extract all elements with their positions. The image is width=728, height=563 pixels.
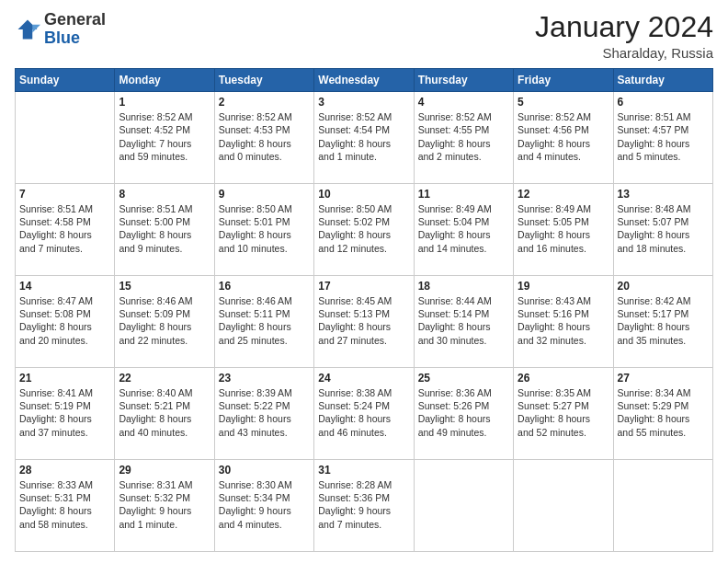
- day-info: Sunrise: 8:48 AM Sunset: 5:07 PM Dayligh…: [618, 202, 709, 255]
- day-info: Sunrise: 8:31 AM Sunset: 5:32 PM Dayligh…: [119, 478, 210, 531]
- day-number: 24: [318, 372, 409, 385]
- day-cell: 5Sunrise: 8:52 AM Sunset: 4:56 PM Daylig…: [514, 92, 613, 184]
- day-cell: 25Sunrise: 8:36 AM Sunset: 5:26 PM Dayli…: [414, 368, 513, 460]
- day-number: 29: [119, 464, 210, 477]
- day-number: 7: [19, 188, 110, 201]
- day-number: 20: [618, 280, 709, 293]
- week-row-2: 7Sunrise: 8:51 AM Sunset: 4:58 PM Daylig…: [16, 184, 713, 276]
- day-cell: 20Sunrise: 8:42 AM Sunset: 5:17 PM Dayli…: [613, 276, 712, 368]
- day-cell: 2Sunrise: 8:52 AM Sunset: 4:53 PM Daylig…: [214, 92, 313, 184]
- day-cell: 12Sunrise: 8:49 AM Sunset: 5:05 PM Dayli…: [514, 184, 613, 276]
- day-number: 4: [418, 96, 509, 109]
- page: General Blue January 2024 Sharalday, Rus…: [0, 0, 728, 563]
- day-number: 25: [418, 372, 509, 385]
- day-number: 27: [618, 372, 709, 385]
- header-row: Sunday Monday Tuesday Wednesday Thursday…: [16, 69, 713, 92]
- day-number: 17: [318, 280, 409, 293]
- day-cell: 10Sunrise: 8:50 AM Sunset: 5:02 PM Dayli…: [314, 184, 414, 276]
- day-info: Sunrise: 8:52 AM Sunset: 4:53 PM Dayligh…: [219, 110, 310, 163]
- day-number: 8: [119, 188, 210, 201]
- logo-general: General: [44, 10, 106, 29]
- day-number: 21: [19, 372, 110, 385]
- day-info: Sunrise: 8:47 AM Sunset: 5:08 PM Dayligh…: [19, 294, 110, 347]
- day-cell: 7Sunrise: 8:51 AM Sunset: 4:58 PM Daylig…: [16, 184, 115, 276]
- day-cell: 1Sunrise: 8:52 AM Sunset: 4:52 PM Daylig…: [115, 92, 214, 184]
- col-wednesday: Wednesday: [314, 69, 414, 92]
- day-info: Sunrise: 8:39 AM Sunset: 5:22 PM Dayligh…: [219, 386, 310, 439]
- day-number: 19: [518, 280, 609, 293]
- day-info: Sunrise: 8:41 AM Sunset: 5:19 PM Dayligh…: [19, 386, 110, 439]
- day-info: Sunrise: 8:38 AM Sunset: 5:24 PM Dayligh…: [318, 386, 409, 439]
- day-cell: 15Sunrise: 8:46 AM Sunset: 5:09 PM Dayli…: [115, 276, 214, 368]
- day-info: Sunrise: 8:42 AM Sunset: 5:17 PM Dayligh…: [618, 294, 709, 347]
- week-row-4: 21Sunrise: 8:41 AM Sunset: 5:19 PM Dayli…: [16, 368, 713, 460]
- col-saturday: Saturday: [613, 69, 712, 92]
- day-number: 31: [318, 464, 409, 477]
- col-friday: Friday: [514, 69, 613, 92]
- day-cell: 13Sunrise: 8:48 AM Sunset: 5:07 PM Dayli…: [613, 184, 712, 276]
- day-info: Sunrise: 8:45 AM Sunset: 5:13 PM Dayligh…: [318, 294, 409, 347]
- day-cell: [16, 92, 115, 184]
- day-number: 22: [119, 372, 210, 385]
- day-number: 16: [219, 280, 310, 293]
- day-number: 10: [318, 188, 409, 201]
- week-row-5: 28Sunrise: 8:33 AM Sunset: 5:31 PM Dayli…: [16, 460, 713, 552]
- day-number: 18: [418, 280, 509, 293]
- day-cell: [414, 460, 513, 552]
- day-number: 1: [119, 96, 210, 109]
- day-info: Sunrise: 8:52 AM Sunset: 4:55 PM Dayligh…: [418, 110, 509, 163]
- day-cell: 19Sunrise: 8:43 AM Sunset: 5:16 PM Dayli…: [514, 276, 613, 368]
- day-cell: 4Sunrise: 8:52 AM Sunset: 4:55 PM Daylig…: [414, 92, 513, 184]
- day-info: Sunrise: 8:50 AM Sunset: 5:01 PM Dayligh…: [219, 202, 310, 255]
- day-info: Sunrise: 8:46 AM Sunset: 5:09 PM Dayligh…: [119, 294, 210, 347]
- day-cell: 11Sunrise: 8:49 AM Sunset: 5:04 PM Dayli…: [414, 184, 513, 276]
- col-sunday: Sunday: [16, 69, 115, 92]
- logo: General Blue: [15, 11, 106, 48]
- day-info: Sunrise: 8:34 AM Sunset: 5:29 PM Dayligh…: [618, 386, 709, 439]
- day-cell: [514, 460, 613, 552]
- day-info: Sunrise: 8:28 AM Sunset: 5:36 PM Dayligh…: [318, 478, 409, 531]
- day-cell: 30Sunrise: 8:30 AM Sunset: 5:34 PM Dayli…: [214, 460, 313, 552]
- day-cell: 28Sunrise: 8:33 AM Sunset: 5:31 PM Dayli…: [16, 460, 115, 552]
- day-cell: 22Sunrise: 8:40 AM Sunset: 5:21 PM Dayli…: [115, 368, 214, 460]
- day-number: 12: [518, 188, 609, 201]
- calendar-table: Sunday Monday Tuesday Wednesday Thursday…: [15, 68, 713, 552]
- day-info: Sunrise: 8:51 AM Sunset: 4:58 PM Dayligh…: [19, 202, 110, 255]
- day-info: Sunrise: 8:40 AM Sunset: 5:21 PM Dayligh…: [119, 386, 210, 439]
- day-info: Sunrise: 8:52 AM Sunset: 4:52 PM Dayligh…: [119, 110, 210, 163]
- week-row-1: 1Sunrise: 8:52 AM Sunset: 4:52 PM Daylig…: [16, 92, 713, 184]
- title-block: January 2024 Sharalday, Russia: [535, 11, 713, 61]
- day-cell: 23Sunrise: 8:39 AM Sunset: 5:22 PM Dayli…: [214, 368, 313, 460]
- day-info: Sunrise: 8:49 AM Sunset: 5:04 PM Dayligh…: [418, 202, 509, 255]
- day-number: 28: [19, 464, 110, 477]
- day-cell: 16Sunrise: 8:46 AM Sunset: 5:11 PM Dayli…: [214, 276, 313, 368]
- day-cell: 18Sunrise: 8:44 AM Sunset: 5:14 PM Dayli…: [414, 276, 513, 368]
- col-thursday: Thursday: [414, 69, 513, 92]
- col-monday: Monday: [115, 69, 214, 92]
- day-info: Sunrise: 8:52 AM Sunset: 4:54 PM Dayligh…: [318, 110, 409, 163]
- day-info: Sunrise: 8:35 AM Sunset: 5:27 PM Dayligh…: [518, 386, 609, 439]
- logo-blue: Blue: [44, 29, 80, 47]
- day-cell: 14Sunrise: 8:47 AM Sunset: 5:08 PM Dayli…: [16, 276, 115, 368]
- day-cell: 6Sunrise: 8:51 AM Sunset: 4:57 PM Daylig…: [613, 92, 712, 184]
- day-number: 14: [19, 280, 110, 293]
- day-info: Sunrise: 8:44 AM Sunset: 5:14 PM Dayligh…: [418, 294, 509, 347]
- day-info: Sunrise: 8:49 AM Sunset: 5:05 PM Dayligh…: [518, 202, 609, 255]
- logo-icon: [15, 17, 40, 42]
- day-cell: 31Sunrise: 8:28 AM Sunset: 5:36 PM Dayli…: [314, 460, 414, 552]
- day-number: 3: [318, 96, 409, 109]
- calendar-subtitle: Sharalday, Russia: [535, 45, 713, 61]
- svg-marker-1: [32, 25, 40, 33]
- day-info: Sunrise: 8:51 AM Sunset: 5:00 PM Dayligh…: [119, 202, 210, 255]
- header: General Blue January 2024 Sharalday, Rus…: [15, 11, 713, 61]
- day-number: 11: [418, 188, 509, 201]
- day-number: 26: [518, 372, 609, 385]
- day-number: 23: [219, 372, 310, 385]
- day-info: Sunrise: 8:46 AM Sunset: 5:11 PM Dayligh…: [219, 294, 310, 347]
- day-info: Sunrise: 8:52 AM Sunset: 4:56 PM Dayligh…: [518, 110, 609, 163]
- day-cell: 3Sunrise: 8:52 AM Sunset: 4:54 PM Daylig…: [314, 92, 414, 184]
- day-info: Sunrise: 8:33 AM Sunset: 5:31 PM Dayligh…: [19, 478, 110, 531]
- day-cell: 9Sunrise: 8:50 AM Sunset: 5:01 PM Daylig…: [214, 184, 313, 276]
- day-cell: 17Sunrise: 8:45 AM Sunset: 5:13 PM Dayli…: [314, 276, 414, 368]
- day-cell: [613, 460, 712, 552]
